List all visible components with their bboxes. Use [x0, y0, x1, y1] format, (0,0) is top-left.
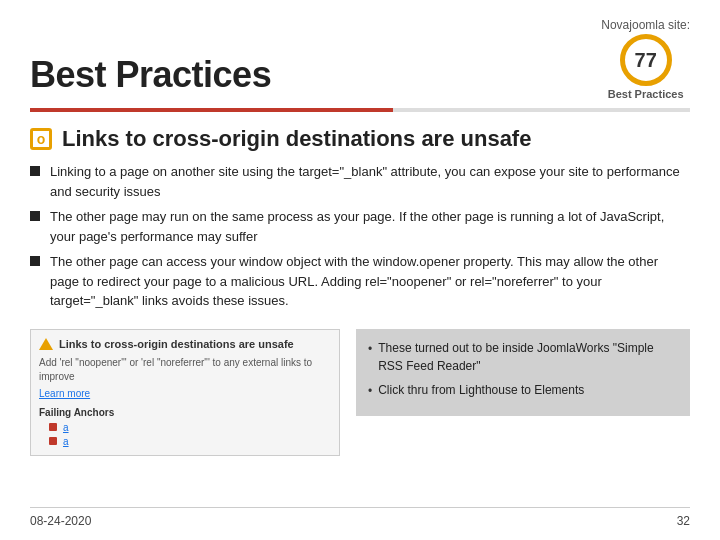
screenshot-description: Add 'rel "noopener"' or 'rel "noreferrer…	[39, 356, 331, 384]
bottom-area: Links to cross-origin destinations are u…	[0, 321, 720, 456]
screenshot-warning: Links to cross-origin destinations are u…	[39, 338, 331, 350]
warning-triangle-icon	[39, 338, 53, 350]
anchor-icon-1	[49, 423, 57, 431]
bullet-item-3: The other page can access your window ob…	[30, 252, 690, 311]
score-value: 77	[635, 49, 657, 72]
slide: Best Practices Novajoomla site: 77 Best …	[0, 0, 720, 540]
footer-page: 32	[677, 514, 690, 528]
best-practices-badge: Best Practices	[608, 88, 684, 100]
screenshot-box: Links to cross-origin destinations are u…	[30, 329, 340, 456]
bullet-text-2: The other page may run on the same proce…	[50, 207, 690, 246]
score-circle: 77	[620, 34, 672, 86]
failing-item-text-2[interactable]: a	[63, 436, 69, 447]
header: Best Practices Novajoomla site: 77 Best …	[0, 0, 720, 108]
checkbox-letter: o	[37, 131, 46, 147]
novajoomla-label: Novajoomla site:	[601, 18, 690, 32]
sidebar-box: • These turned out to be inside JoomlaWo…	[356, 329, 690, 416]
screenshot-warning-text: Links to cross-origin destinations are u…	[59, 338, 294, 350]
section-heading: o Links to cross-origin destinations are…	[0, 112, 720, 162]
sidebar-text-2: Click thru from Lighthouse to Elements	[378, 381, 584, 399]
bullet-text-3: The other page can access your window ob…	[50, 252, 690, 311]
bullet-item-1: Linking to a page on another site using …	[30, 162, 690, 201]
failing-item-2: a	[49, 436, 331, 447]
footer: 08-24-2020 32	[30, 507, 690, 528]
learn-more-link[interactable]: Learn more	[39, 388, 331, 399]
section-title: Links to cross-origin destinations are u…	[62, 126, 531, 152]
sidebar-item-2: • Click thru from Lighthouse to Elements	[368, 381, 678, 400]
bullet-icon-2	[30, 211, 40, 221]
page-title: Best Practices	[30, 54, 271, 100]
failing-anchors-label: Failing Anchors	[39, 407, 331, 418]
bullet-text-1: Linking to a page on another site using …	[50, 162, 690, 201]
bullet-item-2: The other page may run on the same proce…	[30, 207, 690, 246]
section-icon: o	[30, 128, 52, 150]
sidebar-bullet-1: •	[368, 340, 372, 358]
failing-item-1: a	[49, 422, 331, 433]
sidebar-bullet-2: •	[368, 382, 372, 400]
bullet-icon-1	[30, 166, 40, 176]
header-right: Novajoomla site: 77 Best Practices	[601, 18, 690, 100]
sidebar-item-1: • These turned out to be inside JoomlaWo…	[368, 339, 678, 375]
failing-items-list: a a	[39, 422, 331, 447]
failing-item-text-1[interactable]: a	[63, 422, 69, 433]
bullet-icon-3	[30, 256, 40, 266]
footer-date: 08-24-2020	[30, 514, 91, 528]
sidebar-text-1: These turned out to be inside JoomlaWork…	[378, 339, 678, 375]
anchor-icon-2	[49, 437, 57, 445]
bullet-list: Linking to a page on another site using …	[0, 162, 720, 321]
